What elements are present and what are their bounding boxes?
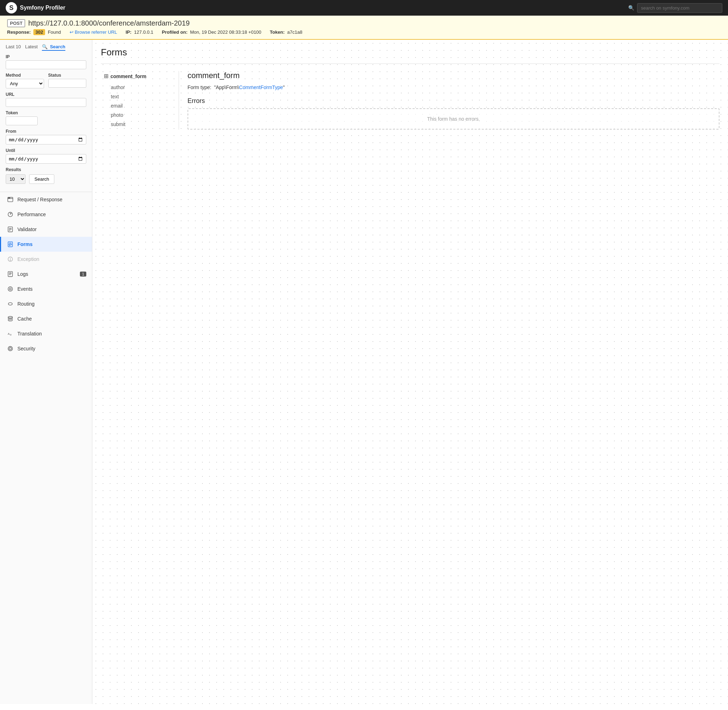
errors-message: This form has no errors. bbox=[427, 116, 480, 122]
sidebar-item-label: Routing bbox=[18, 301, 34, 307]
arrow-icon: ↩ bbox=[70, 29, 73, 35]
url-field[interactable] bbox=[6, 98, 86, 107]
cache-icon bbox=[7, 315, 14, 322]
response-label: Response: 302 Found bbox=[7, 29, 61, 35]
logs-icon bbox=[7, 270, 14, 277]
results-group: Results 10 25 50 100 Search bbox=[6, 167, 86, 184]
search-panel: Last 10 Latest 🔍 Search IP Method Any GE… bbox=[0, 40, 92, 192]
sidebar-item-logs[interactable]: Logs 1 bbox=[0, 267, 92, 282]
status-group: Status bbox=[48, 73, 87, 88]
svg-point-2 bbox=[9, 198, 9, 198]
ip-label: IP: bbox=[126, 29, 132, 35]
form-detail-title: comment_form bbox=[188, 71, 719, 80]
security-icon bbox=[7, 345, 14, 352]
forms-layout: ⊞ comment_form author text email photo bbox=[101, 71, 719, 129]
form-tree-child-submit[interactable]: submit bbox=[101, 120, 173, 129]
until-label: Until bbox=[6, 148, 86, 153]
ip-field-label: IP bbox=[6, 54, 86, 59]
sidebar-item-label: Validator bbox=[18, 226, 37, 232]
sidebar-item-routing[interactable]: Routing bbox=[0, 296, 92, 311]
until-field[interactable] bbox=[6, 154, 86, 164]
forms-tree: ⊞ comment_form author text email photo bbox=[101, 71, 179, 129]
svg-point-30 bbox=[9, 347, 11, 350]
token-label: Token: bbox=[270, 29, 285, 35]
form-tree-child-text[interactable]: text bbox=[101, 92, 173, 101]
sidebar-item-forms[interactable]: Forms bbox=[0, 237, 92, 252]
page-title: Forms bbox=[101, 47, 719, 58]
routing-icon bbox=[7, 300, 14, 307]
sidebar-item-translation[interactable]: A α Translation bbox=[0, 326, 92, 341]
sidebar-item-security[interactable]: Security bbox=[0, 341, 92, 356]
status-badge: 302 bbox=[34, 29, 46, 35]
results-select[interactable]: 10 25 50 100 bbox=[6, 174, 26, 184]
svg-text:A: A bbox=[8, 332, 10, 336]
results-label: Results bbox=[6, 167, 86, 172]
browser-icon bbox=[7, 196, 14, 203]
svg-point-22 bbox=[8, 287, 13, 292]
navbar-search-input[interactable] bbox=[637, 3, 722, 13]
content-inner: Forms ⊞ comment_form author text bbox=[92, 40, 728, 137]
form-type-link[interactable]: CommentFormType bbox=[239, 85, 283, 90]
main-content: Forms ⊞ comment_form author text bbox=[92, 40, 728, 704]
child-label: author bbox=[111, 85, 125, 90]
tab-last10[interactable]: Last 10 bbox=[6, 44, 21, 51]
content-divider bbox=[101, 63, 719, 64]
svg-rect-18 bbox=[8, 271, 13, 277]
sidebar-item-label: Exception bbox=[18, 256, 39, 262]
tab-search[interactable]: 🔍 Search bbox=[42, 44, 65, 51]
svg-point-23 bbox=[9, 288, 11, 290]
form-tree-child-email[interactable]: email bbox=[101, 101, 173, 110]
logs-badge: 1 bbox=[80, 271, 86, 277]
svg-point-3 bbox=[9, 198, 10, 198]
method-badge: POST bbox=[7, 19, 25, 27]
errors-box: This form has no errors. bbox=[188, 108, 719, 129]
sidebar-item-cache[interactable]: Cache bbox=[0, 311, 92, 326]
exception-icon bbox=[7, 255, 14, 263]
form-type-label: Form type: "App\Form\CommentFormType" bbox=[188, 85, 719, 90]
sidebar: Last 10 Latest 🔍 Search IP Method Any GE… bbox=[0, 40, 92, 704]
browse-referrer-link[interactable]: ↩ Browse referrer URL bbox=[70, 29, 117, 35]
sidebar-item-label: Request / Response bbox=[18, 197, 63, 202]
svg-rect-13 bbox=[9, 244, 11, 245]
search-tabs: Last 10 Latest 🔍 Search bbox=[6, 44, 86, 51]
brand-title: Symfony Profiler bbox=[20, 4, 65, 11]
search-ip-group: IP bbox=[6, 54, 86, 69]
form-tree-root[interactable]: ⊞ comment_form bbox=[101, 71, 173, 81]
translation-icon: A α bbox=[7, 330, 14, 337]
status-field[interactable] bbox=[48, 79, 87, 88]
from-field[interactable] bbox=[6, 135, 86, 144]
sidebar-item-label: Forms bbox=[18, 241, 33, 247]
child-label: photo bbox=[111, 112, 123, 118]
url-group: URL bbox=[6, 92, 86, 107]
status-label: Status bbox=[48, 73, 87, 78]
tab-latest[interactable]: Latest bbox=[25, 44, 38, 51]
search-bottom: 10 25 50 100 Search bbox=[6, 174, 86, 184]
ip-field[interactable] bbox=[6, 60, 86, 69]
profiled-value: Mon, 19 Dec 2022 08:33:18 +0100 bbox=[190, 29, 261, 35]
form-tree-root-label: comment_form bbox=[110, 73, 146, 79]
from-label: From bbox=[6, 129, 86, 134]
method-label: Method bbox=[6, 73, 44, 78]
child-label: text bbox=[111, 94, 119, 100]
sidebar-item-events[interactable]: Events bbox=[0, 282, 92, 296]
token-field[interactable] bbox=[6, 116, 38, 125]
profiled-label: Profiled on: bbox=[162, 29, 188, 35]
form-tree-child-photo[interactable]: photo bbox=[101, 110, 173, 120]
form-tree-child-author[interactable]: author bbox=[101, 83, 173, 92]
ip-section: IP: 127.0.0.1 bbox=[126, 29, 153, 35]
sidebar-item-validator[interactable]: Validator bbox=[0, 222, 92, 237]
search-icon: 🔍 bbox=[628, 5, 634, 11]
sidebar-item-request-response[interactable]: Request / Response bbox=[0, 192, 92, 207]
sidebar-nav: Request / Response Performance bbox=[0, 192, 92, 704]
url-field-label: URL bbox=[6, 92, 86, 97]
sidebar-item-label: Events bbox=[18, 286, 33, 292]
token-group: Token bbox=[6, 110, 86, 125]
sidebar-item-performance[interactable]: Performance bbox=[0, 207, 92, 222]
method-select[interactable]: Any GET POST PUT DELETE bbox=[6, 79, 44, 88]
svg-point-17 bbox=[10, 260, 10, 260]
sidebar-item-exception: Exception bbox=[0, 252, 92, 267]
search-button[interactable]: Search bbox=[29, 174, 54, 184]
navbar-search: 🔍 bbox=[628, 3, 722, 13]
sidebar-item-label: Logs bbox=[18, 271, 28, 277]
search-tab-icon: 🔍 bbox=[42, 44, 48, 49]
